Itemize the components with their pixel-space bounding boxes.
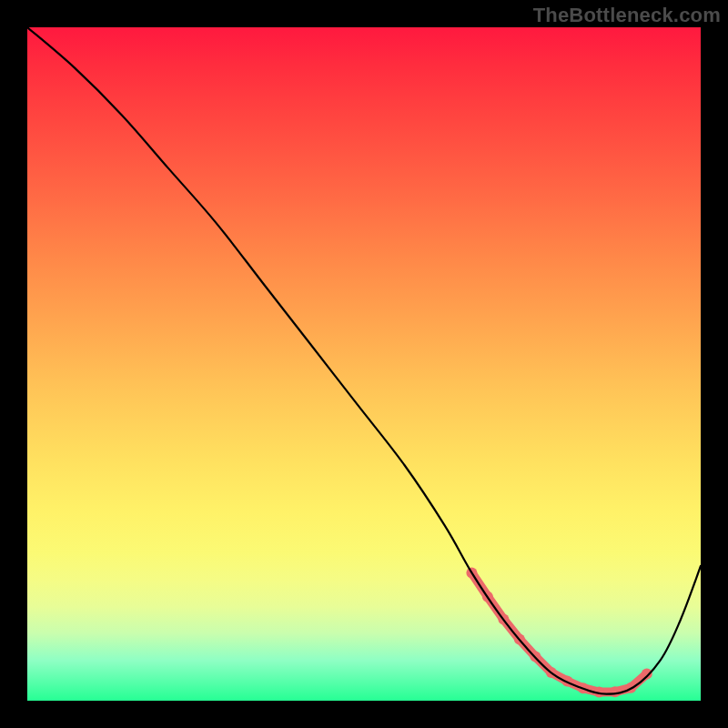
curve-layer [27,27,701,701]
highlight-segment [471,572,646,692]
plot-area [27,27,701,701]
chart-frame: TheBottleneck.com [0,0,728,728]
highlight-dot [610,686,621,697]
watermark-text: TheBottleneck.com [533,4,721,27]
bottleneck-curve [27,27,701,694]
